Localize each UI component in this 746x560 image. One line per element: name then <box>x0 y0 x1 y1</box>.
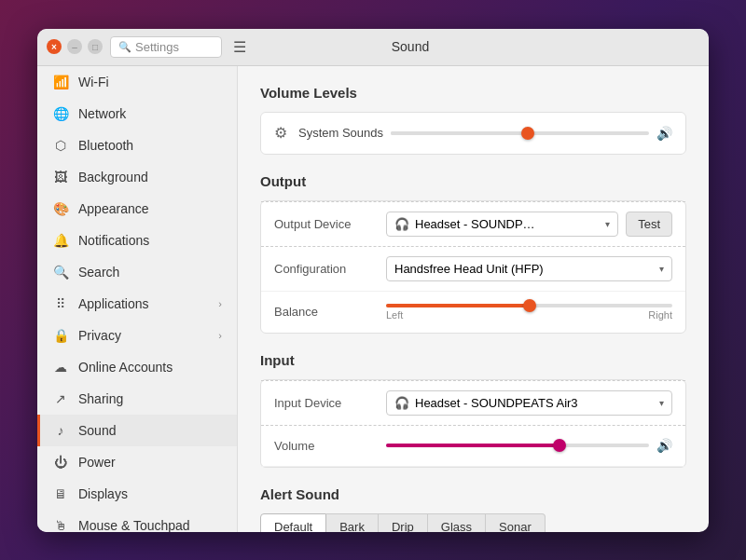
applications-chevron: › <box>218 298 222 309</box>
sidebar-label-background: Background <box>78 170 148 184</box>
sidebar-item-sound[interactable]: ♪ Sound <box>37 415 237 446</box>
headphone-icon: 🎧 <box>394 217 409 231</box>
balance-right-label: Right <box>648 309 672 321</box>
balance-value: Left Right <box>386 304 672 321</box>
configuration-label: Configuration <box>274 262 377 276</box>
test-button[interactable]: Test <box>626 212 672 237</box>
input-card: Input Device 🎧 Headset - SOUNDPEATS Air3… <box>260 379 686 468</box>
output-device-select[interactable]: 🎧 Headset - SOUNDP… ▾ <box>386 212 618 237</box>
sidebar-item-search[interactable]: 🔍 Search <box>37 256 237 288</box>
input-volume-slider[interactable] <box>386 444 649 447</box>
sidebar-label-sharing: Sharing <box>78 391 123 406</box>
window-controls: × – □ <box>47 39 103 54</box>
privacy-chevron: › <box>218 330 222 341</box>
output-card: Output Device 🎧 Headset - SOUNDP… ▾ Test <box>260 200 686 334</box>
sidebar-item-privacy[interactable]: 🔒 Privacy › <box>37 320 237 351</box>
alert-btn-drip[interactable]: Drip <box>379 513 428 532</box>
main-panel: Volume Levels ⚙ System Sounds 🔊 <box>238 66 709 532</box>
search-sidebar-icon: 🔍 <box>52 265 69 280</box>
close-button[interactable]: × <box>47 39 62 54</box>
input-title: Input <box>260 352 686 368</box>
output-section: Output Output Device 🎧 Headset - SOUNDP…… <box>260 173 686 334</box>
menu-button[interactable]: ☰ <box>229 36 250 58</box>
system-sounds-label: System Sounds <box>298 126 383 140</box>
input-volume-row: Volume 🔊 <box>261 426 685 467</box>
sidebar-item-applications[interactable]: ⠿ Applications › <box>37 288 237 320</box>
sidebar-item-displays[interactable]: 🖥 Displays <box>37 478 237 510</box>
output-title: Output <box>260 173 686 189</box>
balance-row: Balance Left Right <box>261 292 685 333</box>
sidebar-item-appearance[interactable]: 🎨 Appearance <box>37 193 237 225</box>
input-device-chevron: ▾ <box>659 398 664 408</box>
titlebar: × – □ 🔍 Settings ☰ Sound <box>37 29 709 66</box>
alert-btn-glass[interactable]: Glass <box>428 513 486 532</box>
volume-speaker-icon[interactable]: 🔊 <box>656 126 672 141</box>
input-device-value: 🎧 Headset - SOUNDPEATS Air3 ▾ <box>386 390 672 416</box>
sidebar-item-background[interactable]: 🖼 Background <box>37 161 237 193</box>
balance-left-label: Left <box>386 309 403 321</box>
sidebar-item-bluetooth[interactable]: ⬡ Bluetooth <box>37 130 237 161</box>
gear-icon: ⚙ <box>274 124 287 142</box>
background-icon: 🖼 <box>52 170 69 184</box>
notifications-icon: 🔔 <box>52 233 69 248</box>
sidebar-item-power[interactable]: ⏻ Power <box>37 446 237 478</box>
input-volume-label: Volume <box>274 439 377 453</box>
sidebar-label-sound: Sound <box>78 423 116 438</box>
input-volume-icon[interactable]: 🔊 <box>656 438 672 453</box>
sidebar-label-applications: Applications <box>78 296 149 311</box>
input-device-select[interactable]: 🎧 Headset - SOUNDPEATS Air3 ▾ <box>386 390 672 416</box>
sound-icon: ♪ <box>52 423 69 438</box>
appearance-icon: 🎨 <box>52 201 69 216</box>
alert-btn-bark[interactable]: Bark <box>326 513 379 532</box>
output-device-label: Output Device <box>274 217 377 231</box>
sidebar-label-online-accounts: Online Accounts <box>78 360 173 375</box>
volume-levels-section: Volume Levels ⚙ System Sounds 🔊 <box>260 85 686 155</box>
sidebar: 📶 Wi-Fi 🌐 Network ⬡ Bluetooth 🖼 Backgrou… <box>37 66 238 532</box>
volume-levels-title: Volume Levels <box>260 85 686 101</box>
input-section: Input Input Device 🎧 Headset - SOUNDPEAT… <box>260 352 686 468</box>
sidebar-item-wifi[interactable]: 📶 Wi-Fi <box>37 66 237 98</box>
sidebar-label-notifications: Notifications <box>78 233 149 248</box>
maximize-button[interactable]: □ <box>88 39 103 54</box>
sidebar-item-online-accounts[interactable]: ☁ Online Accounts <box>37 351 237 383</box>
output-device-chevron: ▾ <box>605 219 610 229</box>
system-sounds-row: ⚙ System Sounds 🔊 <box>261 113 685 154</box>
bluetooth-icon: ⬡ <box>52 138 69 153</box>
sidebar-label-power: Power <box>78 455 116 470</box>
sidebar-item-notifications[interactable]: 🔔 Notifications <box>37 225 237 256</box>
search-icon: 🔍 <box>118 41 131 53</box>
configuration-row: Configuration Handsfree Head Unit (HFP) … <box>261 247 685 292</box>
sidebar-item-sharing[interactable]: ↗ Sharing <box>37 383 237 415</box>
sidebar-item-network[interactable]: 🌐 Network <box>37 98 237 130</box>
power-icon: ⏻ <box>52 455 69 470</box>
sidebar-label-mouse: Mouse & Touchpad <box>78 518 190 532</box>
content-area: 📶 Wi-Fi 🌐 Network ⬡ Bluetooth 🖼 Backgrou… <box>37 66 709 532</box>
sidebar-label-search: Search <box>78 265 119 280</box>
mouse-icon: 🖱 <box>52 518 69 532</box>
alert-sound-buttons: Default Bark Drip Glass Sonar <box>260 513 686 532</box>
alert-btn-sonar[interactable]: Sonar <box>486 513 546 532</box>
input-device-label: Input Device <box>274 396 377 410</box>
wifi-icon: 📶 <box>52 75 69 89</box>
settings-window: × – □ 🔍 Settings ☰ Sound 📶 Wi-Fi 🌐 Ne <box>37 29 709 532</box>
configuration-select[interactable]: Handsfree Head Unit (HFP) ▾ <box>386 256 672 281</box>
settings-title: Settings <box>135 40 179 54</box>
alert-btn-default[interactable]: Default <box>260 513 326 532</box>
sidebar-label-appearance: Appearance <box>78 201 149 216</box>
sidebar-label-wifi: Wi-Fi <box>78 75 109 89</box>
system-sounds-slider[interactable] <box>391 131 649 135</box>
network-icon: 🌐 <box>52 106 69 121</box>
balance-slider[interactable] <box>386 304 672 307</box>
search-box[interactable]: 🔍 Settings <box>110 36 222 58</box>
alert-sound-title: Alert Sound <box>260 486 686 502</box>
balance-label: Balance <box>274 305 377 319</box>
output-device-text: Headset - SOUNDP… <box>415 217 535 231</box>
minimize-button[interactable]: – <box>67 39 82 54</box>
sidebar-item-mouse[interactable]: 🖱 Mouse & Touchpad <box>37 510 237 532</box>
privacy-icon: 🔒 <box>52 328 69 343</box>
sidebar-label-privacy: Privacy <box>78 328 121 343</box>
applications-icon: ⠿ <box>52 296 69 311</box>
input-device-text: Headset - SOUNDPEATS Air3 <box>415 396 578 410</box>
sidebar-label-bluetooth: Bluetooth <box>78 138 133 153</box>
input-volume-value: 🔊 <box>386 438 672 453</box>
